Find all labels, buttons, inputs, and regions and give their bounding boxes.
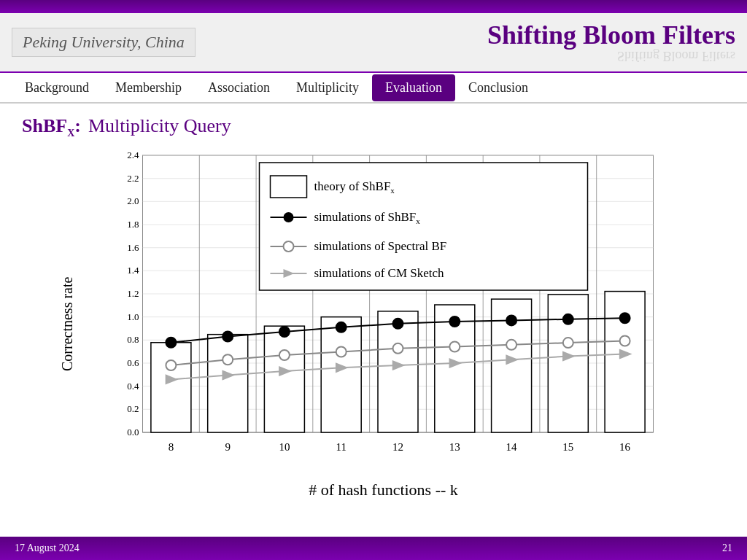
svg-rect-47 [321,317,361,432]
top-bar [0,0,747,13]
svg-text:10: 10 [279,441,290,453]
svg-point-60 [563,314,573,324]
navigation-bar: Background Membership Association Multip… [0,73,747,104]
nav-item-multiplicity[interactable]: Multiplicity [283,74,372,101]
nav-item-background[interactable]: Background [12,74,102,101]
svg-point-69 [563,338,573,348]
svg-point-84 [284,212,294,222]
footer: 17 August 2024 21 [0,537,747,560]
svg-text:1.6: 1.6 [127,242,139,253]
nav-item-membership[interactable]: Membership [102,74,195,101]
svg-text:simulations of ShBFx: simulations of ShBFx [314,210,421,225]
svg-text:theory of ShBFx: theory of ShBFx [314,179,395,195]
svg-point-66 [393,343,403,354]
svg-rect-46 [264,326,304,432]
svg-text:11: 11 [336,441,346,453]
logo-bar: Peking University, China Shifting Bloom … [0,13,747,73]
y-axis-label: Correctness rate [56,148,76,499]
svg-point-65 [336,347,347,357]
svg-text:1.4: 1.4 [127,265,139,276]
svg-point-61 [620,313,630,323]
svg-text:12: 12 [392,441,403,453]
svg-text:15: 15 [562,441,573,453]
svg-point-87 [284,241,294,252]
slide-title-prefix: ShBFX: [22,115,81,139]
svg-point-54 [222,332,233,342]
svg-text:0.6: 0.6 [127,357,139,368]
slide-title-main: Multiplicity Query [88,115,231,137]
svg-point-64 [279,350,290,360]
svg-text:1.2: 1.2 [127,288,139,299]
x-axis-label: # of hash functions -- k [76,481,691,499]
slide-title-sub: X [67,128,74,139]
svg-text:0.4: 0.4 [127,381,139,392]
nav-item-conclusion[interactable]: Conclusion [455,74,541,101]
svg-text:8: 8 [169,441,174,453]
svg-point-68 [506,340,516,350]
svg-text:0.0: 0.0 [127,427,139,438]
svg-text:0.8: 0.8 [127,334,139,345]
svg-text:16: 16 [619,441,631,453]
svg-text:2.4: 2.4 [127,149,139,160]
svg-point-59 [506,316,516,326]
footer-page: 21 [722,542,732,554]
svg-point-62 [166,360,176,370]
content-area: ShBFX: Multiplicity Query Correctness ra… [0,104,747,507]
svg-text:simulations of CM Sketch: simulations of CM Sketch [314,266,445,280]
chart-container: Correctness rate 2.4 2.2 2.0 1.8 [56,148,691,499]
slide-title: ShBFX: Multiplicity Query [22,115,725,139]
university-logo: Peking University, China [12,28,196,57]
svg-text:1.8: 1.8 [127,219,139,230]
svg-rect-45 [208,335,248,432]
title-reflection: Shifting Bloom Filters [487,48,735,63]
nav-item-evaluation[interactable]: Evaluation [372,74,455,101]
svg-text:2.0: 2.0 [127,195,139,206]
presentation-title-block: Shifting Bloom Filters Shifting Bloom Fi… [487,22,735,63]
svg-point-70 [620,336,630,346]
svg-text:1.0: 1.0 [127,311,139,322]
svg-point-55 [279,327,290,337]
svg-text:0.2: 0.2 [127,403,139,414]
svg-point-67 [449,342,460,352]
nav-item-association[interactable]: Association [195,74,283,101]
svg-rect-44 [151,343,191,432]
svg-point-56 [336,322,347,332]
svg-point-57 [393,319,403,329]
svg-point-58 [449,316,460,327]
svg-text:13: 13 [449,441,460,453]
footer-date: 17 August 2024 [15,542,80,554]
svg-text:14: 14 [506,441,518,453]
svg-point-63 [222,354,233,365]
svg-rect-81 [271,176,307,198]
svg-text:simulations of Spectral BF: simulations of Spectral BF [314,239,447,253]
svg-text:2.2: 2.2 [127,173,139,184]
svg-text:9: 9 [225,441,231,453]
svg-point-53 [166,338,176,348]
presentation-title: Shifting Bloom Filters [487,22,735,48]
chart-svg: 2.4 2.2 2.0 1.8 1.6 1.4 1.2 1.0 [76,148,691,476]
chart-inner: 2.4 2.2 2.0 1.8 1.6 1.4 1.2 1.0 [76,148,691,499]
